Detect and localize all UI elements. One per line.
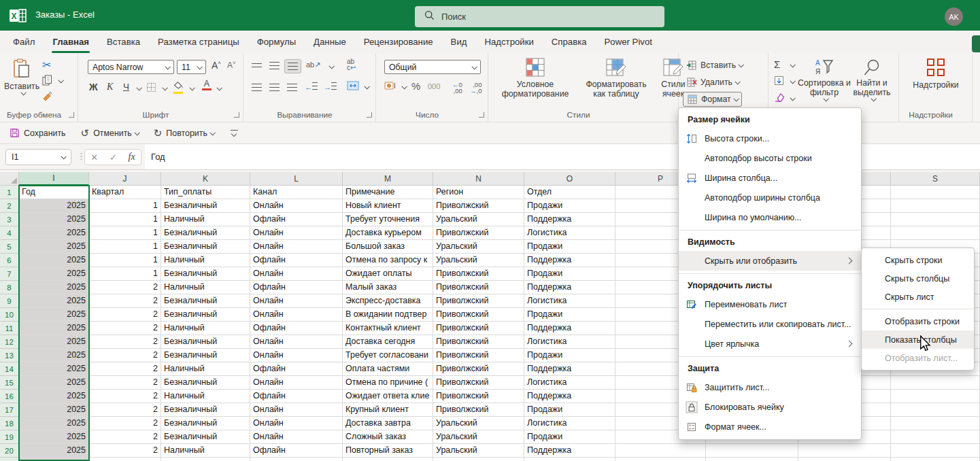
cell-O11[interactable]: Поддержка xyxy=(524,322,615,335)
cell-J18[interactable]: 2 xyxy=(89,417,161,430)
menu-item-автоподбор-высоты-строки[interactable]: Автоподбор высоты строки xyxy=(679,148,861,168)
borders-icon[interactable] xyxy=(146,82,156,95)
cell-M16[interactable]: Ожидает ответа клие xyxy=(343,390,433,403)
cell-M17[interactable]: Крупный клиент xyxy=(343,403,433,417)
column-header-J[interactable]: J xyxy=(89,172,161,186)
cell-L6[interactable]: Офлайн xyxy=(250,254,343,267)
delete-cells-button[interactable]: Удалить xyxy=(683,75,743,90)
cell-M9[interactable]: Экспресс-доставка xyxy=(343,294,433,308)
tab-формулы[interactable]: Формулы xyxy=(248,31,305,53)
cell-I13[interactable]: 2025 xyxy=(19,349,89,362)
menu-item-ширина-по-умолчанию[interactable]: Ширина по умолчанию... xyxy=(679,207,861,227)
row-header-20[interactable]: 20 xyxy=(0,444,19,458)
cell-N5[interactable]: Уральский xyxy=(433,240,524,254)
comma-style-button[interactable]: 000 xyxy=(428,82,440,90)
cell-O5[interactable]: Продажи xyxy=(524,240,615,254)
italic-button[interactable]: К xyxy=(107,82,113,92)
cell-P20[interactable] xyxy=(615,444,706,458)
cell-N16[interactable]: Приволжский xyxy=(433,390,524,403)
column-header-O[interactable]: O xyxy=(524,172,615,186)
cell-J16[interactable]: 2 xyxy=(89,390,161,403)
cell-N4[interactable]: Приволжский xyxy=(433,226,524,240)
cell-O7[interactable]: Продажи xyxy=(524,267,615,281)
cell-N6[interactable]: Уральский xyxy=(433,254,524,267)
underline-button[interactable]: Ч xyxy=(123,82,129,92)
row-header-18[interactable]: 18 xyxy=(0,417,19,430)
cell-S3[interactable] xyxy=(891,213,980,226)
cancel-button[interactable]: ✕ xyxy=(90,152,98,163)
cell-O10[interactable]: Продажи xyxy=(524,308,615,322)
cell-S20[interactable] xyxy=(891,444,980,458)
cell-M8[interactable]: Малый заказ xyxy=(343,281,433,294)
cell-I1[interactable]: Год xyxy=(19,186,89,199)
cell-L15[interactable]: Онлайн xyxy=(250,376,343,390)
font-size-combo[interactable]: 11 xyxy=(177,60,206,74)
tab-power-pivot[interactable]: Power Pivot xyxy=(596,31,661,53)
cell-K8[interactable]: Наличный xyxy=(161,281,250,294)
cell-N21[interactable] xyxy=(433,458,524,461)
submenu-item-показать-столбцы[interactable]: Показать столбцы xyxy=(862,330,974,349)
shrink-font-button[interactable]: А˅ xyxy=(227,60,236,70)
cell-L14[interactable]: Офлайн xyxy=(250,362,343,376)
submenu-item-скрыть-лист[interactable]: Скрыть лист xyxy=(862,288,974,306)
cell-K21[interactable] xyxy=(161,458,250,461)
cell-S2[interactable] xyxy=(891,199,980,213)
cell-O14[interactable]: Поддержка xyxy=(524,362,615,376)
cell-O16[interactable]: Поддержка xyxy=(524,390,615,403)
tab-данные[interactable]: Данные xyxy=(305,31,355,53)
cell-I11[interactable]: 2025 xyxy=(19,322,89,335)
cell-L21[interactable] xyxy=(250,458,343,461)
enter-button[interactable]: ✓ xyxy=(109,152,117,163)
align-right-icon[interactable] xyxy=(284,81,300,94)
grow-font-button[interactable]: А˄ xyxy=(212,60,221,71)
cell-I14[interactable]: 2025 xyxy=(19,362,89,376)
accounting-format-icon[interactable] xyxy=(384,81,396,92)
cell-Q20[interactable] xyxy=(706,444,798,458)
format-as-table-button[interactable]: Форматировать как таблицу xyxy=(581,57,652,99)
tab-главная[interactable]: Главная xyxy=(44,31,98,53)
row-header-10[interactable]: 10 xyxy=(0,308,19,322)
row-header-19[interactable]: 19 xyxy=(0,430,19,444)
menu-item-формат-ячеек[interactable]: Формат ячеек... xyxy=(679,417,861,437)
cell-O19[interactable]: Продажи xyxy=(524,430,615,444)
cell-N10[interactable]: Приволжский xyxy=(433,308,524,322)
bold-button[interactable]: Ж xyxy=(89,82,98,92)
cell-N3[interactable]: Уральский xyxy=(433,213,524,226)
cell-K9[interactable]: Безналичный xyxy=(161,294,250,308)
cell-O13[interactable]: Продажи xyxy=(524,349,615,362)
cell-I6[interactable]: 2025 xyxy=(19,254,89,267)
row-header-7[interactable]: 7 xyxy=(0,267,19,281)
column-header-S[interactable]: S xyxy=(891,172,980,186)
cell-O21[interactable] xyxy=(524,458,615,461)
row-header-3[interactable]: 3 xyxy=(0,213,19,226)
cell-J7[interactable]: 1 xyxy=(89,267,161,281)
cell-K12[interactable]: Безналичный xyxy=(161,335,250,349)
align-middle-icon[interactable] xyxy=(267,59,282,72)
cell-S19[interactable] xyxy=(891,430,980,444)
cell-J12[interactable]: 2 xyxy=(89,335,161,349)
row-header-4[interactable]: 4 xyxy=(0,226,19,240)
cell-O20[interactable]: Поддержка xyxy=(524,444,615,458)
undo-button[interactable]: ↺ Отменить xyxy=(81,127,139,139)
number-dialog-launcher[interactable] xyxy=(479,112,484,118)
cell-O2[interactable]: Продажи xyxy=(524,199,615,213)
align-left-icon[interactable] xyxy=(249,81,265,94)
cell-O8[interactable]: Поддержка xyxy=(524,281,615,294)
menu-item-защитить-лист[interactable]: Защитить лист... xyxy=(679,377,861,397)
cell-O1[interactable]: Отдел xyxy=(524,186,615,199)
cell-M3[interactable]: Требует уточнения xyxy=(343,213,433,226)
cell-L4[interactable]: Онлайн xyxy=(250,226,343,240)
menu-item-высота-строки[interactable]: Высота строки... xyxy=(679,129,861,148)
menu-item-блокировать-ячейку[interactable]: Блокировать ячейку xyxy=(679,397,861,417)
tab-надстройки[interactable]: Надстройки xyxy=(475,31,542,53)
font-color-icon[interactable]: А xyxy=(202,80,212,90)
cell-M4[interactable]: Доставка курьером xyxy=(343,226,433,240)
borders-dropdown[interactable] xyxy=(162,85,167,90)
column-header-M[interactable]: M xyxy=(343,172,433,186)
row-header-6[interactable]: 6 xyxy=(0,254,19,267)
cell-O15[interactable]: Логистика xyxy=(524,376,615,390)
cell-J8[interactable]: 2 xyxy=(89,281,161,294)
cell-S21[interactable] xyxy=(891,458,980,461)
cell-M15[interactable]: Отмена по причине ( xyxy=(343,376,433,390)
autosum-button[interactable]: Σ xyxy=(774,58,780,70)
